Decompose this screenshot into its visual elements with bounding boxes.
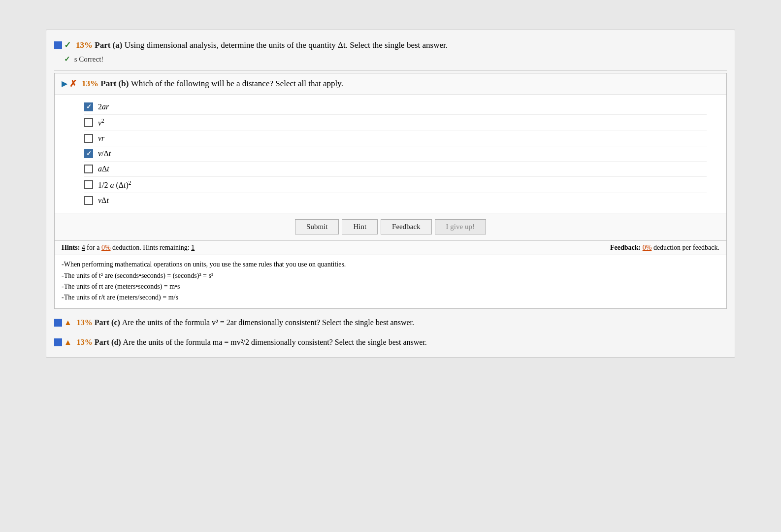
blue-square-icon xyxy=(54,41,62,49)
choice-2ar: 2ar xyxy=(84,100,707,115)
choice-vr-text: vr xyxy=(98,134,104,143)
part-a-row: ✓ 13% Part (a) Using dimensional analysi… xyxy=(46,35,735,54)
part-d-label: Part (d) xyxy=(95,336,121,348)
choice-vDt2-text: vΔt xyxy=(98,196,109,205)
part-d-icons: ▲ xyxy=(54,336,74,348)
hint-line1: -When performing mathematical operations… xyxy=(62,259,719,270)
feedback-label: Feedback: xyxy=(610,244,641,251)
checkbox-2ar[interactable] xyxy=(84,102,93,111)
part-c-question: Are the units of the formula v² = 2ar di… xyxy=(122,317,414,329)
part-b-icons: ▶ ✗ xyxy=(62,78,79,89)
hints-remaining-num: 1 xyxy=(191,244,195,251)
checkbox-vDt[interactable] xyxy=(84,149,93,158)
part-c-percent: 13% xyxy=(77,317,93,329)
part-d-row: ▲ 13% Part (d) Are the units of the form… xyxy=(46,332,735,352)
choice-vDt2: vΔt xyxy=(84,193,707,208)
part-b-question: Which of the following will be a distanc… xyxy=(131,79,343,89)
choice-aDt-text: aΔt xyxy=(98,165,109,173)
choice-vDt: v/Δt xyxy=(84,146,707,162)
part-a-status: Correct! xyxy=(79,55,103,63)
part-b-section: ▶ ✗ 13% Part (b) Which of the following … xyxy=(54,73,727,309)
part-a-answer-label: s xyxy=(74,55,77,63)
part-a-question: Using dimensional analysis, determine th… xyxy=(125,39,448,52)
hints-feedback-row: Hints: 4 for a 0% deduction. Hints remai… xyxy=(55,240,726,255)
choices-area: 2ar v2 vr v/Δt aΔt xyxy=(55,95,726,213)
feedback-deduction: 0% xyxy=(643,244,652,251)
checkbox-half-aDt2[interactable] xyxy=(84,180,93,189)
part-d-question: Are the units of the formula ma = mv²/2 … xyxy=(123,336,427,348)
part-b-header: ▶ ✗ 13% Part (b) Which of the following … xyxy=(55,73,726,95)
divider-ab xyxy=(54,70,727,71)
buttons-row: Submit Hint Feedback I give up! xyxy=(55,213,726,240)
choice-vDt-text: v/Δt xyxy=(98,149,111,158)
part-a-icons: ✓ xyxy=(54,39,73,52)
hints-remaining-text: deduction. Hints remaining: xyxy=(112,244,190,251)
choice-half-aDt2: 1/2 a (Δt)2 xyxy=(84,177,707,193)
part-a-correct: ✓ s Correct! xyxy=(46,54,735,68)
blue-square-c-icon xyxy=(54,319,62,327)
choice-v2: v2 xyxy=(84,115,707,131)
hint-button[interactable]: Hint xyxy=(342,219,378,234)
hints-label: Hints: xyxy=(62,244,80,251)
main-container: ✓ 13% Part (a) Using dimensional analysi… xyxy=(46,30,735,358)
hint-line2: -The units of t² are (seconds•seconds) =… xyxy=(62,270,719,281)
checkmark-icon: ✓ xyxy=(64,39,71,52)
checkbox-aDt[interactable] xyxy=(84,165,93,173)
part-c-row: ▲ 13% Part (c) Are the units of the form… xyxy=(46,313,735,332)
checkbox-vDt2[interactable] xyxy=(84,196,93,205)
triangle-play-icon: ▶ xyxy=(62,79,67,88)
choice-2ar-text: 2ar xyxy=(98,102,109,111)
part-d-percent: 13% xyxy=(77,336,93,348)
hint-line3: -The units of rt are (meters•seconds) = … xyxy=(62,281,719,292)
hints-left: Hints: 4 for a 0% deduction. Hints remai… xyxy=(62,244,390,252)
hints-for-a: for a xyxy=(87,244,99,251)
submit-button[interactable]: Submit xyxy=(295,219,339,234)
correct-check-icon: ✓ xyxy=(64,55,70,63)
blue-square-d-icon xyxy=(54,338,62,346)
choice-vr: vr xyxy=(84,131,707,146)
checkbox-vr[interactable] xyxy=(84,134,93,143)
checkbox-v2[interactable] xyxy=(84,118,93,127)
part-a-percent: 13% xyxy=(76,39,93,52)
part-b-percent: 13% xyxy=(82,79,98,89)
part-a-label: Part (a) xyxy=(95,39,122,52)
orange-x-icon: ✗ xyxy=(69,78,77,89)
hints-num: 4 xyxy=(82,244,85,251)
choice-half-aDt2-text: 1/2 a (Δt)2 xyxy=(98,180,131,190)
feedback-button[interactable]: Feedback xyxy=(381,219,431,234)
hint-line4: -The units of r/t are (meters/second) = … xyxy=(62,292,719,303)
give-up-button[interactable]: I give up! xyxy=(435,219,486,234)
choice-aDt: aΔt xyxy=(84,162,707,177)
feedback-right: Feedback: 0% deduction per feedback. xyxy=(390,244,719,252)
triangle-c-icon: ▲ xyxy=(64,317,72,329)
feedback-text: deduction per feedback. xyxy=(653,244,719,251)
part-b-label: Part (b) xyxy=(100,79,129,89)
part-c-icons: ▲ xyxy=(54,317,74,329)
hint-content-area: -When performing mathematical operations… xyxy=(55,255,726,308)
triangle-d-icon: ▲ xyxy=(64,336,72,348)
hints-deduction: 0% xyxy=(101,244,111,251)
part-c-label: Part (c) xyxy=(95,317,120,329)
choice-v2-text: v2 xyxy=(98,118,104,128)
